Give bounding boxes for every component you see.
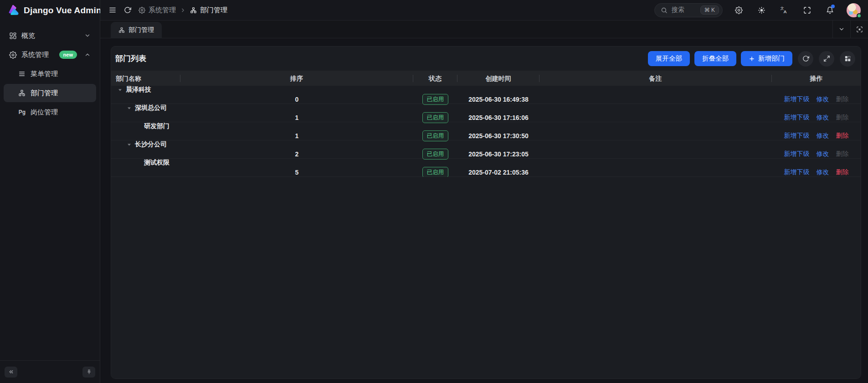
edit-link[interactable]: 修改 — [817, 168, 829, 176]
edit-link[interactable]: 修改 — [817, 132, 829, 140]
column-header-created[interactable]: 创建时间 — [457, 75, 539, 82]
sort-value: 5 — [295, 169, 299, 176]
sidebar: Django Vue Admin 概览 系统管理 new — [0, 0, 100, 383]
expand-all-button[interactable]: 展开全部 — [648, 51, 690, 66]
gear-icon — [139, 7, 145, 14]
table-header: 部门名称 排序 状态 创建时间 备注 操作 — [111, 71, 861, 86]
dept-name: 研发部门 — [144, 122, 169, 130]
fullscreen-button[interactable] — [799, 2, 815, 18]
theme-toggle-button[interactable] — [754, 2, 769, 18]
edit-link[interactable]: 修改 — [817, 95, 829, 104]
dept-name: 深圳总公司 — [135, 104, 167, 112]
actions-cell: 新增下级 修改 删除 — [772, 95, 861, 104]
breadcrumb-item-system[interactable]: 系统管理 — [139, 6, 176, 15]
breadcrumb-label: 系统管理 — [149, 6, 176, 15]
dept-list-card: 部门列表 展开全部 折叠全部 新增部门 — [111, 46, 861, 379]
add-child-link[interactable]: 新增下级 — [784, 168, 810, 176]
sidebar-item-menu-mgmt[interactable]: 菜单管理 — [4, 65, 96, 83]
status-badge: 已启用 — [422, 167, 449, 178]
collapse-sidebar-button[interactable] — [5, 367, 17, 378]
language-button[interactable]: 文A — [776, 2, 792, 18]
table-row: 深圳总公司 1 已启用 2025-06-30 17:16:06 新增下级 修改 … — [111, 104, 861, 122]
status-badge: 已启用 — [422, 149, 449, 160]
status-badge: 已启用 — [422, 130, 449, 141]
new-badge: new — [59, 51, 77, 59]
dashboard-icon — [9, 32, 17, 40]
column-header-sort[interactable]: 排序 — [180, 75, 413, 82]
sidebar-item-label: 系统管理 — [21, 51, 49, 59]
status-cell: 已启用 — [413, 149, 457, 160]
chevron-up-icon — [84, 52, 91, 58]
breadcrumb-item-dept[interactable]: 部门管理 — [190, 6, 227, 15]
column-header-name[interactable]: 部门名称 — [111, 75, 180, 82]
sidebar-item-label: 部门管理 — [31, 89, 58, 98]
maximize-content-button[interactable] — [850, 21, 868, 38]
add-child-link[interactable]: 新增下级 — [784, 132, 810, 140]
tree-expand-caret[interactable] — [117, 88, 123, 93]
user-avatar[interactable] — [847, 3, 861, 17]
add-child-link[interactable]: 新增下级 — [784, 95, 810, 104]
column-settings-button[interactable] — [840, 51, 855, 67]
org-chart-icon — [18, 89, 26, 97]
delete-link: 删除 — [836, 95, 849, 104]
hamburger-menu-icon[interactable] — [108, 6, 117, 14]
page-title: 部门列表 — [115, 53, 146, 64]
tabs-dropdown-button[interactable] — [832, 21, 850, 38]
status-cell: 已启用 — [413, 112, 457, 123]
add-department-button[interactable]: 新增部门 — [741, 51, 792, 66]
created-time: 2025-06-30 17:30:50 — [457, 132, 539, 140]
tree-expand-caret[interactable] — [126, 106, 133, 111]
dept-name: 晨泽科技 — [126, 86, 151, 94]
table-fullscreen-button[interactable] — [819, 51, 834, 67]
refresh-page-icon[interactable] — [124, 6, 131, 14]
created-time: 2025-06-30 17:23:05 — [457, 150, 539, 158]
sidebar-item-dept-mgmt[interactable]: 部门管理 — [4, 84, 96, 102]
org-chart-icon — [190, 7, 197, 14]
app-logo-row[interactable]: Django Vue Admin — [0, 0, 100, 21]
tab-dept-mgmt[interactable]: 部门管理 — [111, 22, 162, 38]
dept-name: 长沙分公司 — [135, 140, 167, 149]
add-department-label: 新增部门 — [758, 54, 785, 63]
tab-label: 部门管理 — [128, 26, 154, 34]
dept-name-cell: 深圳总公司 — [111, 104, 413, 112]
status-badge: 已启用 — [422, 112, 449, 123]
delete-link: 删除 — [836, 150, 849, 158]
collapse-all-button[interactable]: 折叠全部 — [694, 51, 736, 66]
column-header-actions[interactable]: 操作 — [772, 75, 861, 82]
search-input[interactable]: 搜索 ⌘ K — [654, 3, 723, 17]
delete-link: 删除 — [836, 114, 849, 122]
edit-link[interactable]: 修改 — [817, 150, 829, 158]
column-header-status[interactable]: 状态 — [413, 75, 457, 82]
top-header: 系统管理 部门管理 搜索 ⌘ K 文A — [100, 0, 868, 21]
pin-sidebar-button[interactable] — [82, 367, 95, 378]
sort-value: 2 — [295, 150, 299, 158]
settings-button[interactable] — [731, 2, 746, 18]
sidebar-menu: 概览 系统管理 new 菜单管理 部门管理 — [0, 21, 100, 360]
actions-cell: 新增下级 修改 删除 — [772, 132, 861, 140]
add-child-link[interactable]: 新增下级 — [784, 114, 810, 122]
plus-icon — [749, 56, 755, 62]
edit-link[interactable]: 修改 — [817, 114, 829, 122]
tree-expand-caret[interactable] — [126, 142, 133, 147]
tree-caret-placeholder — [135, 160, 142, 166]
refresh-table-button[interactable] — [798, 51, 813, 67]
created-time: 2025-06-30 17:16:06 — [457, 114, 539, 121]
sort-value: 1 — [295, 114, 299, 121]
dept-name-cell: 长沙分公司 — [111, 140, 413, 149]
delete-link[interactable]: 删除 — [836, 168, 849, 176]
sidebar-item-overview[interactable]: 概览 — [4, 26, 96, 45]
notifications-button[interactable] — [822, 2, 837, 18]
table-row: 研发部门 1 已启用 2025-06-30 17:30:50 新增下级 修改 删… — [111, 122, 861, 140]
menu-list-icon — [18, 70, 26, 78]
add-child-link[interactable]: 新增下级 — [784, 150, 810, 158]
card-toolbar: 展开全部 折叠全部 新增部门 — [648, 51, 855, 67]
dept-name-cell: 研发部门 — [111, 122, 413, 130]
sidebar-item-post-mgmt[interactable]: Pg 岗位管理 — [4, 103, 96, 121]
delete-link[interactable]: 删除 — [836, 132, 849, 140]
org-chart-icon — [118, 27, 125, 33]
sort-value: 0 — [295, 96, 299, 103]
column-header-remark[interactable]: 备注 — [539, 75, 772, 82]
tab-bar: 部门管理 — [100, 21, 868, 38]
status-cell: 已启用 — [413, 130, 457, 141]
sidebar-item-system[interactable]: 系统管理 new — [4, 46, 96, 64]
